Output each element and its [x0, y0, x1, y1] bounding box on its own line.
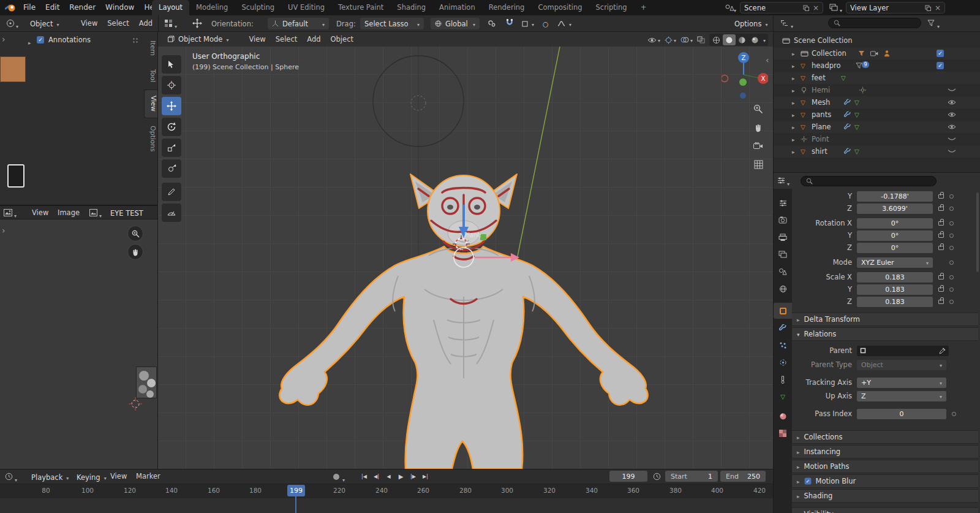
hide-eye-icon[interactable]	[948, 112, 956, 118]
workspace-tab-sculpting[interactable]: Sculpting	[235, 0, 281, 15]
shading-wireframe-button[interactable]	[710, 34, 723, 45]
overlays-dropdown[interactable]	[680, 36, 693, 44]
menu-window[interactable]: Window	[100, 0, 139, 15]
location-z-field[interactable]: 3.6099'	[857, 203, 933, 214]
mode-dropdown[interactable]: Object Mode	[163, 34, 233, 45]
current-frame-field[interactable]: 199	[609, 471, 647, 482]
motion-blur-checkbox[interactable]	[804, 478, 811, 485]
view-layer-caret-icon[interactable]	[840, 6, 842, 14]
section-shading[interactable]: Shading	[792, 489, 978, 503]
visibility-dropdown[interactable]	[647, 36, 660, 44]
outliner-item-feet[interactable]: feet	[774, 72, 980, 84]
workspace-tab-animation[interactable]: Animation	[432, 0, 482, 15]
scale-y-field[interactable]: 0.183	[857, 284, 933, 295]
tab-scene[interactable]	[774, 264, 792, 279]
snap-target-dropdown[interactable]	[518, 18, 538, 29]
image-browse-caret-icon[interactable]	[99, 211, 102, 219]
image-zoom-button[interactable]	[127, 226, 143, 241]
lock-icon[interactable]	[938, 287, 944, 292]
viewport-menu-view[interactable]: View	[244, 32, 270, 47]
viewport-camera-button[interactable]	[751, 139, 766, 153]
menu-file[interactable]: File	[18, 0, 40, 15]
image-pan-button[interactable]	[127, 244, 143, 260]
options-dropdown[interactable]: Options	[730, 18, 772, 29]
sync-sphere-icon[interactable]	[333, 473, 340, 481]
playhead-line[interactable]	[295, 496, 296, 513]
unlink-scene-icon[interactable]	[813, 4, 819, 12]
sidebar-tab-tool[interactable]: Tool	[144, 63, 157, 88]
rotation-mode-dropdown[interactable]: XYZ Euler	[857, 257, 933, 268]
properties-editor-icon[interactable]	[777, 177, 785, 184]
parent-type-dropdown[interactable]: Object	[857, 360, 946, 370]
section-visibility[interactable]: Visibility	[792, 507, 978, 513]
new-view-layer-icon[interactable]	[925, 5, 931, 11]
measure-tool[interactable]	[162, 203, 181, 222]
snap-link-icon[interactable]	[488, 20, 496, 27]
shading-material-button[interactable]	[736, 34, 748, 45]
lock-icon[interactable]	[938, 246, 944, 250]
timeline-track-area[interactable]	[0, 498, 773, 513]
pivot-dropdown[interactable]: Global	[431, 18, 480, 29]
blender-logo-icon[interactable]	[5, 3, 16, 12]
outliner-editor-caret-icon[interactable]	[791, 21, 793, 30]
drag-dropdown[interactable]: Select Lasso	[360, 18, 424, 29]
move-tool[interactable]	[162, 97, 181, 115]
image-menu-view[interactable]: View	[27, 206, 53, 220]
animate-dot-icon[interactable]	[949, 221, 954, 226]
panel-grip-icon[interactable]	[132, 37, 138, 44]
filter-caret-icon[interactable]	[937, 21, 940, 30]
image-datablock-icon[interactable]	[7, 164, 24, 188]
animate-dot-icon[interactable]	[949, 234, 954, 238]
rotation-y-field[interactable]: 0°	[857, 230, 933, 241]
sidebar-tab-item[interactable]: Item	[144, 34, 157, 62]
menu-add[interactable]: Add	[134, 17, 157, 31]
xray-toggle-icon[interactable]	[697, 36, 705, 44]
tab-constraints[interactable]	[774, 371, 792, 387]
viewport-menu-add[interactable]: Add	[302, 32, 325, 47]
workspace-tab-rendering[interactable]: Rendering	[482, 0, 532, 15]
viewport-zoom-button[interactable]	[751, 102, 766, 116]
sidebar-tab-options[interactable]: Options	[144, 120, 157, 158]
image-editor-caret-icon[interactable]	[14, 211, 17, 219]
sync-caret-icon[interactable]	[342, 475, 345, 484]
scene-selector[interactable]: Scene	[740, 2, 823, 13]
start-frame-field[interactable]: Start 1	[665, 471, 718, 482]
outliner-search-input[interactable]	[828, 18, 921, 28]
animate-dot-icon[interactable]	[949, 260, 954, 265]
lock-icon[interactable]	[938, 275, 944, 279]
outliner-filter-icon[interactable]	[927, 20, 935, 26]
lock-icon[interactable]	[938, 300, 944, 304]
tab-view-layer[interactable]	[774, 246, 792, 262]
tab-texture[interactable]	[774, 425, 792, 441]
region-expand-icon[interactable]	[2, 226, 6, 235]
play-reverse-button[interactable]	[383, 471, 394, 482]
end-frame-field[interactable]: End 250	[720, 471, 766, 482]
menu-render[interactable]: Render	[64, 0, 100, 15]
next-keyframe-button[interactable]	[407, 471, 419, 482]
restrict-select-icon[interactable]	[858, 50, 865, 57]
falloff-dropdown[interactable]	[553, 18, 576, 29]
object-popover[interactable]: Object	[26, 18, 63, 29]
orientation-dropdown[interactable]: Default	[268, 18, 329, 29]
hide-eye-closed-icon[interactable]	[948, 137, 956, 142]
outliner-item-collection[interactable]: Collection	[774, 47, 980, 59]
tab-tool[interactable]	[774, 195, 792, 211]
hide-eye-icon[interactable]	[948, 99, 956, 105]
cursor-tool[interactable]	[162, 76, 181, 94]
tab-render[interactable]	[774, 212, 792, 228]
shading-dropdown-caret-icon[interactable]	[763, 36, 766, 44]
expand-icon[interactable]	[792, 49, 795, 58]
expand-icon[interactable]	[792, 61, 795, 70]
menu-edit[interactable]: Edit	[40, 0, 64, 15]
section-relations[interactable]: Relations	[792, 327, 978, 341]
view-layer-selector[interactable]: View Layer	[846, 2, 945, 13]
holdout-person-icon[interactable]	[884, 50, 890, 57]
expand-icon[interactable]	[792, 123, 795, 131]
rotation-x-field[interactable]: 0°	[857, 218, 933, 229]
remove-view-layer-icon[interactable]	[935, 4, 941, 12]
outliner-item-pants[interactable]: pants	[774, 108, 980, 121]
lock-icon[interactable]	[938, 221, 944, 226]
workspace-tab-compositing[interactable]: Compositing	[531, 0, 589, 15]
expand-icon[interactable]	[792, 74, 795, 82]
outliner-item-headpro[interactable]: headpro 9	[774, 59, 980, 72]
